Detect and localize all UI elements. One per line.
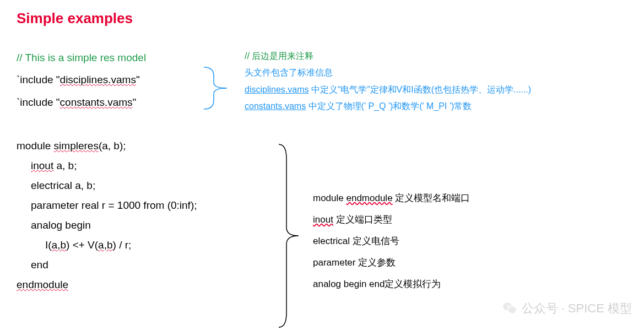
annot-r1: module endmodule 定义模型名和端口 — [313, 187, 470, 209]
annot-r4: parameter 定义参数 — [313, 252, 470, 273]
code-top-block: // This is a simple res model `include "… — [17, 50, 146, 116]
parameter-line: parameter real r = 1000 from (0:inf); — [17, 199, 197, 212]
watermark: 公众号 · SPICE 模型 — [502, 300, 632, 317]
annot-r2b: 定义端口类型 — [333, 214, 392, 225]
annot-top-2: 头文件包含了标准信息 — [245, 64, 531, 81]
bracket-top-icon — [202, 65, 230, 111]
expr-b: a,b — [52, 239, 66, 251]
annot-r3: electrical 定义电信号 — [313, 230, 470, 252]
annot-top-4b: 中定义了物理(' P_Q ')和数学(' M_PI ')常数 — [306, 101, 472, 111]
annot-r1b: endmodule — [346, 193, 392, 203]
expr-e: ) / r; — [113, 239, 132, 251]
code-comment: // This is a simple res model — [17, 50, 146, 66]
module-ports: (a, b); — [99, 140, 126, 152]
annot-r2a: inout — [313, 214, 333, 225]
slide-title: Simple examples — [17, 10, 133, 27]
annot-top-3: disciplines.vams 中定义“电气学”定律和V和I函数(也包括热学、… — [245, 82, 531, 98]
module-name: simpleres — [54, 140, 99, 152]
annot-top-3b: 中定义“电气学”定律和V和I函数(也包括热学、运动学......) — [309, 85, 531, 94]
endmodule-line: endmodule — [17, 279, 197, 291]
annot-top-4: constants.vams 中定义了物理(' P_Q ')和数学(' M_PI… — [245, 98, 531, 115]
bracket-right-icon — [277, 142, 301, 329]
annot-r2: inout 定义端口类型 — [313, 209, 470, 230]
annot-top-1: // 后边是用来注释 — [245, 48, 531, 64]
module-decl: module simpleres(a, b); — [17, 140, 197, 152]
end-line: end — [17, 259, 197, 271]
electrical-line: electrical a, b; — [17, 180, 197, 192]
analog-begin-line: analog begin — [17, 219, 197, 231]
inout-args: a, b; — [53, 160, 77, 171]
include-line-2: `include "constants.vams" — [17, 94, 146, 110]
kw-endmodule: endmodule — [17, 279, 68, 290]
include-file-2: constants.vams — [60, 96, 133, 108]
expr-a: I( — [45, 239, 52, 251]
expr-line: I(a,b) <+ V(a,b) / r; — [17, 239, 197, 251]
annotation-top: // 后边是用来注释 头文件包含了标准信息 disciplines.vams 中… — [245, 48, 531, 115]
include-prefix-1: `include " — [17, 74, 60, 85]
kw-inout: inout — [31, 160, 53, 171]
include-file-1: disciplines.vams — [60, 74, 136, 85]
include-suffix-1: " — [136, 74, 140, 85]
include-suffix-2: " — [133, 96, 137, 108]
annot-top-3a: disciplines.vams — [245, 85, 309, 94]
annotation-right: module endmodule 定义模型名和端口 inout 定义端口类型 e… — [313, 187, 470, 295]
include-prefix-2: `include " — [17, 96, 60, 108]
wechat-icon — [502, 301, 517, 316]
inout-line: inout a, b; — [17, 160, 197, 172]
expr-d: a,b — [98, 239, 112, 251]
annot-r1c: 定义模型名和端口 — [393, 193, 470, 203]
expr-c: ) <+ V( — [66, 239, 98, 251]
kw-module: module — [17, 140, 54, 152]
annot-r5: analog begin end定义模拟行为 — [313, 273, 470, 295]
module-code-block: module simpleres(a, b); inout a, b; elec… — [17, 140, 197, 299]
annot-r1a: module — [313, 193, 346, 203]
annot-top-4a: constants.vams — [245, 101, 306, 111]
include-line-1: `include "disciplines.vams" — [17, 72, 146, 88]
watermark-text: 公众号 · SPICE 模型 — [522, 300, 632, 317]
